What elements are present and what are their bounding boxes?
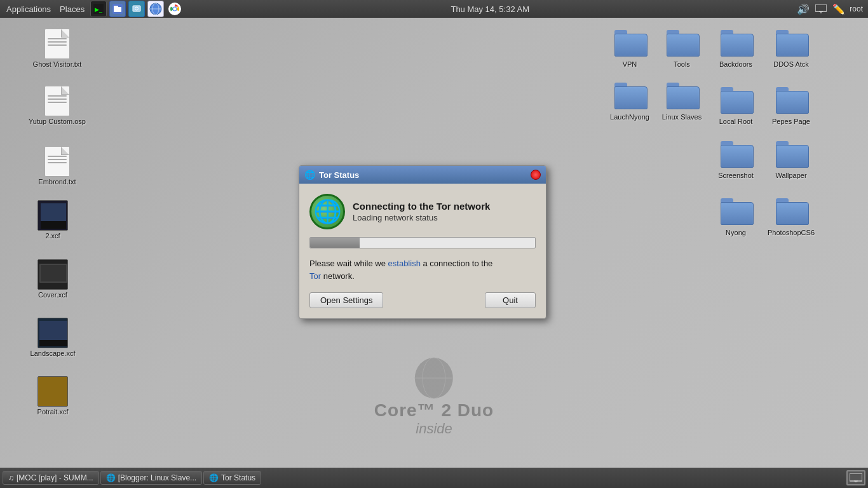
desktop-icon-ddos-atck[interactable]: DDOS Atck	[763, 29, 820, 69]
folder-icon-img	[667, 81, 697, 112]
folder-icon-img	[614, 29, 645, 59]
file-icon	[42, 86, 72, 116]
desktop-icon-screenshot[interactable]: Screenshot	[707, 140, 764, 180]
svg-text:▶_: ▶_	[95, 6, 103, 13]
icon-label: Backdoors	[719, 60, 752, 69]
svg-rect-21	[41, 265, 66, 281]
chrome-icon[interactable]	[166, 1, 183, 17]
svg-point-26	[423, 358, 445, 398]
desktop-icon-tools[interactable]: Tools	[653, 29, 710, 69]
taskbar-top: Applications Places ▶_	[0, 0, 868, 18]
dialog-heading: Connecting to the Tor network	[353, 201, 490, 212]
stylus-icon[interactable]: ✏️	[832, 2, 846, 16]
taskbar-moc[interactable]: ♫ [MOC [play] - SUMM...	[3, 471, 99, 485]
desktop-icon-photoshopcs6[interactable]: PhotoshopCS6	[763, 197, 820, 237]
desktop-icon-ghost-visitor[interactable]: Ghost Visitor.txt	[29, 29, 86, 69]
progress-bar-container	[309, 237, 536, 248]
desktop-icon-nyong[interactable]: Nyong	[707, 197, 764, 237]
tor-taskbar-label: Tor Status	[221, 473, 255, 482]
moc-icon: ♫	[8, 473, 14, 482]
tor-taskbar-icon: 🌐	[209, 473, 219, 482]
desktop-icon-embrond[interactable]: Embrond.txt	[29, 146, 86, 186]
progress-bar-fill	[310, 238, 360, 248]
dialog-title-text: Tor Status	[319, 170, 359, 180]
svg-rect-18	[41, 221, 66, 229]
svg-rect-6	[133, 6, 140, 11]
terminal-icon[interactable]: ▶_	[90, 1, 107, 17]
folder-icon-img	[776, 86, 806, 116]
dialog-message: Please wait while we establish a connect…	[309, 257, 536, 282]
taskbar-tor-status[interactable]: 🌐 Tor Status	[203, 471, 261, 485]
svg-point-12	[173, 8, 177, 11]
screenshot-app-icon[interactable]	[128, 1, 145, 17]
tor-title-icon: 🌐	[304, 170, 315, 180]
open-settings-button[interactable]: Open Settings	[309, 292, 383, 308]
icon-label: Pepes Page	[772, 118, 810, 126]
folder-icon-img	[776, 29, 806, 59]
network-icon[interactable]	[147, 1, 164, 17]
desktop-icon-2xcf[interactable]: 2.xcf	[24, 200, 81, 240]
watermark-subtext: inside	[374, 421, 494, 437]
svg-rect-24	[39, 340, 67, 346]
icon-label: PhotoshopCS6	[768, 229, 815, 237]
folder-icon-img	[721, 197, 751, 227]
files-icon[interactable]	[109, 1, 126, 17]
taskbar-bottom-right	[846, 470, 865, 485]
dialog-body: Connecting to the Tor network Loading ne…	[299, 184, 546, 318]
dialog-subtitle: Loading network status	[353, 213, 490, 222]
desktop-icon-landscape[interactable]: Landscape.xcf	[24, 318, 81, 358]
svg-rect-4	[114, 6, 118, 8]
folder-icon-img	[614, 81, 645, 112]
tor-globe-icon	[309, 194, 345, 229]
icon-label: Embrond.txt	[38, 178, 76, 186]
svg-rect-28	[850, 473, 862, 481]
file-icon	[37, 376, 68, 407]
desktop-icon-pepes-page[interactable]: Pepes Page	[763, 86, 820, 126]
svg-rect-23	[39, 321, 67, 340]
quit-button[interactable]: Quit	[485, 292, 536, 308]
message-text-2: a connection to the	[421, 259, 492, 268]
moc-label: [MOC [play] - SUMM...	[17, 473, 93, 482]
icon-label: Potrait.xcf	[37, 408, 69, 416]
icon-label: VPN	[623, 60, 637, 69]
desktop-icon-vpn[interactable]: VPN	[601, 29, 658, 69]
icon-label: Cover.xcf	[38, 291, 67, 299]
desktop-icon-linux-slaves[interactable]: Linux Slaves	[653, 81, 710, 121]
icon-label: Linux Slaves	[662, 113, 702, 121]
volume-icon[interactable]: 🔊	[796, 2, 810, 16]
desktop-icon-local-root[interactable]: Local Root	[707, 86, 764, 126]
desktop-icon-potrait[interactable]: Potrait.xcf	[24, 376, 81, 416]
icon-label: 2.xcf	[45, 232, 60, 240]
applications-menu[interactable]: Applications	[3, 3, 55, 15]
display-icon[interactable]	[814, 2, 828, 16]
watermark: Core™ 2 Duo inside	[374, 356, 494, 437]
dialog-close-button[interactable]	[531, 170, 541, 180]
icon-label: Local Root	[719, 118, 753, 126]
message-network: network.	[321, 271, 355, 281]
folder-icon-img	[776, 140, 806, 170]
file-icon	[37, 200, 68, 231]
screen-mode-icon[interactable]	[846, 470, 865, 485]
desktop-icon-lauchnyong[interactable]: LauchNyong	[601, 81, 658, 121]
taskbar-bottom: ♫ [MOC [play] - SUMM... 🌐 [Blogger: Linu…	[0, 468, 868, 488]
user-label: root	[850, 4, 863, 13]
desktop-icon-cover[interactable]: Cover.xcf	[24, 259, 81, 299]
icon-label: DDOS Atck	[773, 60, 809, 69]
icon-label: Screenshot	[718, 172, 754, 180]
folder-icon-img	[667, 29, 697, 59]
tor-status-dialog: 🌐 Tor Status Connecting to the Tor netwo…	[299, 165, 546, 319]
desktop-icon-wallpaper[interactable]: Wallpaper	[763, 140, 820, 180]
taskbar-left: Applications Places ▶_	[0, 1, 184, 17]
dialog-buttons: Open Settings Quit	[309, 292, 536, 308]
blogger-icon: 🌐	[106, 473, 116, 482]
places-menu[interactable]: Places	[56, 3, 88, 15]
taskbar-blogger[interactable]: 🌐 [Blogger: Linux Slave...	[100, 471, 202, 485]
message-highlight: establish	[388, 259, 421, 268]
blogger-label: [Blogger: Linux Slave...	[118, 473, 196, 482]
message-tor: Tor	[309, 271, 321, 281]
desktop-icon-backdoors[interactable]: Backdoors	[707, 29, 764, 69]
desktop-icon-yutup-custom[interactable]: Yutup Custom.osp	[29, 86, 86, 126]
icon-label: Wallpaper	[775, 172, 806, 180]
folder-icon-img	[721, 140, 751, 170]
icon-label: Ghost Visitor.txt	[33, 60, 82, 69]
